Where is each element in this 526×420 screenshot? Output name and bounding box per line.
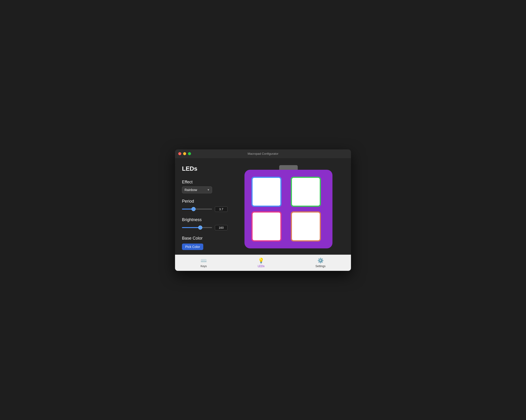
gear-icon: ⚙️ bbox=[317, 258, 324, 264]
nav-item-settings[interactable]: ⚙️ Settings bbox=[311, 256, 330, 270]
brightness-label: Brightness bbox=[182, 217, 228, 222]
base-color-label: Base Color bbox=[182, 236, 228, 241]
page-title-section: LEDs bbox=[182, 165, 228, 174]
key-bottom-right[interactable] bbox=[291, 211, 321, 242]
window-title: Macropad Configurator bbox=[248, 152, 279, 156]
keyboard-icon: ⌨️ bbox=[201, 258, 207, 264]
titlebar: Macropad Configurator bbox=[175, 149, 351, 158]
period-value-input[interactable] bbox=[215, 206, 228, 212]
nav-leds-label: LEDs bbox=[258, 264, 264, 268]
main-content: LEDs Effect Rainbow Solid Breathing Off … bbox=[175, 158, 351, 255]
minimize-button[interactable] bbox=[183, 152, 186, 155]
effect-section: Effect Rainbow Solid Breathing Off ▼ bbox=[182, 180, 228, 193]
macropad-connector bbox=[279, 165, 298, 170]
key-bottom-left[interactable] bbox=[252, 211, 282, 242]
close-button[interactable] bbox=[178, 152, 181, 155]
app-window: Macropad Configurator LEDs Effect Rainbo… bbox=[175, 149, 351, 271]
pick-color-button[interactable]: Pick Color bbox=[182, 244, 203, 250]
traffic-lights bbox=[178, 152, 191, 155]
effect-dropdown[interactable]: Rainbow Solid Breathing Off bbox=[182, 186, 212, 193]
period-slider[interactable] bbox=[182, 209, 212, 210]
period-label: Period bbox=[182, 199, 228, 204]
nav-settings-label: Settings bbox=[315, 264, 325, 268]
nav-keys-label: Keys bbox=[201, 264, 207, 268]
bottom-nav: ⌨️ Keys 💡 LEDs ⚙️ Settings bbox=[175, 255, 351, 271]
period-slider-row bbox=[182, 206, 228, 212]
brightness-slider[interactable] bbox=[182, 227, 212, 228]
brightness-value-input[interactable] bbox=[215, 225, 228, 230]
maximize-button[interactable] bbox=[188, 152, 191, 155]
brightness-section: Brightness bbox=[182, 217, 228, 230]
macropad-body bbox=[244, 170, 333, 248]
page-title: LEDs bbox=[182, 165, 228, 172]
effect-label: Effect bbox=[182, 180, 228, 185]
period-section: Period bbox=[182, 199, 228, 212]
nav-item-leds[interactable]: 💡 LEDs bbox=[253, 256, 269, 270]
nav-item-keys[interactable]: ⌨️ Keys bbox=[196, 256, 211, 270]
effect-dropdown-container: Rainbow Solid Breathing Off ▼ bbox=[182, 186, 212, 193]
key-top-right[interactable] bbox=[291, 177, 321, 207]
macropad-wrapper bbox=[244, 165, 333, 248]
right-panel bbox=[233, 165, 344, 250]
base-color-section: Base Color Pick Color bbox=[182, 236, 228, 250]
bulb-icon: 💡 bbox=[258, 258, 264, 264]
key-top-left[interactable] bbox=[252, 177, 282, 207]
left-panel: LEDs Effect Rainbow Solid Breathing Off … bbox=[182, 165, 228, 250]
brightness-slider-row bbox=[182, 225, 228, 230]
